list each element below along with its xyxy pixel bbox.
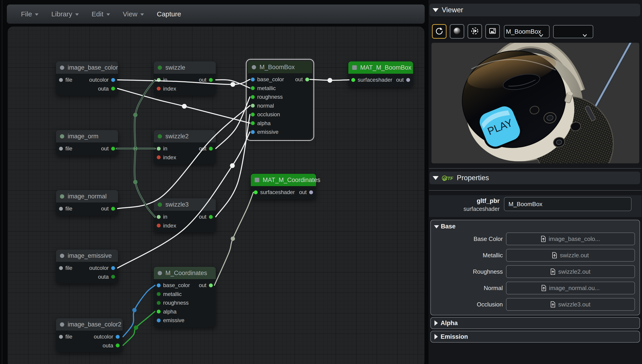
node-type-icon bbox=[60, 134, 64, 138]
param-value: image_normal.ou... bbox=[549, 284, 600, 292]
port-dot[interactable] bbox=[254, 190, 258, 194]
menu-item-view[interactable]: View bbox=[116, 4, 150, 24]
secondary-select[interactable] bbox=[553, 25, 593, 38]
properties-header[interactable]: glTF Properties bbox=[430, 172, 640, 184]
collapse-triangle-icon bbox=[433, 176, 439, 180]
menu-item-edit[interactable]: Edit bbox=[85, 4, 116, 24]
node-port-row: alpha bbox=[248, 119, 312, 128]
section-alpha[interactable]: Alpha bbox=[430, 317, 640, 329]
node-port-row: fileoutcolor bbox=[56, 332, 123, 341]
env-rotate-button[interactable] bbox=[468, 24, 482, 39]
param-value-button-base-color[interactable]: image_base_colo... bbox=[506, 232, 635, 245]
render-viewport[interactable]: PLAY bbox=[432, 43, 639, 163]
menu-item-capture[interactable]: Capture bbox=[150, 4, 187, 24]
turntable-button[interactable] bbox=[432, 24, 447, 39]
port-dot[interactable] bbox=[406, 78, 410, 82]
node-MAT_M_BoomBox[interactable]: MAT_M_BoomBoxsurfaceshaderout bbox=[348, 62, 413, 87]
input-port-label: base_color bbox=[257, 76, 284, 82]
port-dot[interactable] bbox=[157, 301, 161, 305]
node-type-icon bbox=[60, 194, 64, 198]
param-value-button-occlusion[interactable]: swizzle3.out bbox=[506, 298, 635, 311]
material-select[interactable]: M_BoomBox bbox=[504, 25, 549, 38]
node-image_orm[interactable]: image_ormfileout bbox=[56, 130, 118, 156]
param-value-button-roughness[interactable]: swizzle2.out bbox=[506, 265, 635, 278]
port-dot[interactable] bbox=[309, 190, 313, 194]
port-dot[interactable] bbox=[251, 95, 255, 99]
menu-item-label: Capture bbox=[157, 10, 181, 18]
section-emission[interactable]: Emission bbox=[430, 331, 640, 342]
port-dot[interactable] bbox=[157, 215, 161, 219]
port-dot[interactable] bbox=[157, 310, 161, 314]
port-dot[interactable] bbox=[157, 318, 161, 322]
node-port-row: roughness bbox=[154, 298, 216, 307]
node-image_emissive[interactable]: image_emissivefileoutcolorouta bbox=[56, 250, 118, 284]
port-dot[interactable] bbox=[351, 78, 355, 82]
node-M_Coordinates[interactable]: M_Coordinatesbase_coloroutmetallicroughn… bbox=[154, 267, 216, 327]
param-value-button-metallic[interactable]: swizzle.out bbox=[506, 249, 635, 262]
port-dot[interactable] bbox=[111, 147, 115, 150]
node-image_base_color[interactable]: image_base_colorfileoutcolorouta bbox=[56, 62, 118, 95]
port-dot[interactable] bbox=[157, 224, 161, 228]
port-dot[interactable] bbox=[251, 104, 255, 108]
material-ball-button[interactable] bbox=[450, 24, 464, 39]
param-label-base-color: Base Color bbox=[431, 236, 503, 242]
param-value: image_base_colo... bbox=[549, 236, 600, 242]
port-dot[interactable] bbox=[59, 147, 63, 150]
input-port-label: roughness bbox=[163, 300, 189, 306]
port-dot[interactable] bbox=[157, 147, 161, 150]
right-panel: Viewer M_BoomBox bbox=[429, 0, 642, 364]
image-button[interactable] bbox=[485, 24, 500, 39]
port-dot[interactable] bbox=[209, 147, 213, 150]
param-value-button-normal[interactable]: image_normal.ou... bbox=[506, 282, 635, 294]
port-dot[interactable] bbox=[111, 87, 115, 90]
port-dot[interactable] bbox=[157, 156, 161, 159]
port-dot[interactable] bbox=[157, 78, 161, 82]
node-image_base_color2[interactable]: image_base_color2fileoutcolorouta bbox=[56, 318, 123, 352]
node-port-row: emissive bbox=[154, 316, 216, 325]
input-port-label: in bbox=[163, 145, 167, 152]
node-port-row: normal bbox=[248, 102, 312, 110]
port-dot[interactable] bbox=[59, 78, 63, 82]
port-dot[interactable] bbox=[111, 78, 115, 82]
node-M_BoomBox[interactable]: M_BoomBoxbase_coloroutmetallicroughnessn… bbox=[248, 61, 312, 139]
port-dot[interactable] bbox=[111, 275, 115, 279]
node-swizzle[interactable]: swizzleinoutindex bbox=[154, 62, 216, 95]
shader-name-input[interactable]: M_BoomBox bbox=[504, 197, 631, 211]
input-port-label: base_color bbox=[163, 282, 190, 288]
port-dot[interactable] bbox=[59, 335, 63, 339]
port-dot[interactable] bbox=[111, 266, 115, 270]
section-header[interactable]: Base bbox=[431, 220, 639, 230]
port-dot[interactable] bbox=[305, 78, 309, 82]
svg-text:glTF: glTF bbox=[443, 176, 453, 181]
output-port-label: out bbox=[199, 214, 206, 220]
menu-item-file[interactable]: File bbox=[15, 4, 45, 24]
node-swizzle3[interactable]: swizzle3inoutindex bbox=[154, 198, 216, 232]
node-image_normal[interactable]: image_normalfileout bbox=[56, 190, 118, 216]
port-dot[interactable] bbox=[157, 284, 161, 287]
port-dot[interactable] bbox=[209, 78, 213, 82]
port-dot[interactable] bbox=[251, 112, 255, 116]
port-dot[interactable] bbox=[209, 284, 213, 287]
port-dot[interactable] bbox=[251, 86, 255, 90]
output-port-label: outcolor bbox=[94, 334, 113, 340]
port-dot[interactable] bbox=[157, 292, 161, 296]
port-dot[interactable] bbox=[111, 207, 115, 211]
port-dot[interactable] bbox=[59, 207, 63, 211]
node-MAT_M_Coordinates[interactable]: MAT_M_Coordinatessurfaceshaderout bbox=[251, 174, 316, 199]
input-port-label: index bbox=[163, 86, 176, 92]
expand-triangle-icon bbox=[435, 334, 438, 340]
node-port-row: inout bbox=[154, 212, 216, 221]
port-dot[interactable] bbox=[251, 130, 255, 134]
node-swizzle2[interactable]: swizzle2inoutindex bbox=[154, 130, 216, 164]
port-dot[interactable] bbox=[157, 87, 161, 90]
port-dot[interactable] bbox=[251, 78, 255, 82]
port-dot[interactable] bbox=[116, 344, 120, 348]
port-dot[interactable] bbox=[251, 121, 255, 125]
port-dot[interactable] bbox=[209, 215, 213, 219]
menu-item-library[interactable]: Library bbox=[45, 4, 85, 24]
input-port-label: file bbox=[65, 334, 72, 340]
viewer-header[interactable]: Viewer bbox=[430, 4, 640, 16]
port-dot[interactable] bbox=[59, 266, 63, 270]
port-dot[interactable] bbox=[116, 335, 120, 339]
node-title: image_normal bbox=[68, 193, 107, 200]
